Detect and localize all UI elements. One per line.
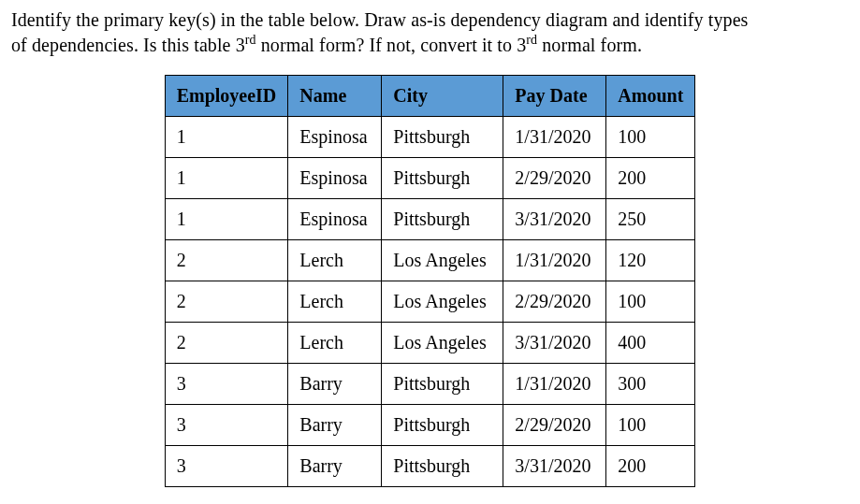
question-line1: Identify the primary key(s) in the table… <box>11 9 749 30</box>
question-sup2: rd <box>526 33 537 47</box>
cell-name: Espinosa <box>288 117 382 158</box>
question-text: Identify the primary key(s) in the table… <box>11 7 849 58</box>
cell-employeeid: 3 <box>165 364 288 405</box>
cell-amount: 400 <box>606 323 695 364</box>
cell-city: Pittsburgh <box>382 117 503 158</box>
cell-employeeid: 2 <box>165 240 288 281</box>
table-row: 1 Espinosa Pittsburgh 2/29/2020 200 <box>165 158 695 199</box>
cell-paydate: 2/29/2020 <box>503 281 606 323</box>
cell-paydate: 1/31/2020 <box>503 117 606 158</box>
table-header-row: EmployeeID Name City Pay Date Amount <box>165 76 695 117</box>
cell-city: Pittsburgh <box>382 364 503 405</box>
cell-name: Lerch <box>288 281 382 323</box>
cell-name: Espinosa <box>288 158 382 199</box>
header-name: Name <box>288 76 382 117</box>
cell-paydate: 1/31/2020 <box>503 240 606 281</box>
table-row: 1 Espinosa Pittsburgh 3/31/2020 250 <box>165 199 695 240</box>
cell-city: Pittsburgh <box>382 158 503 199</box>
cell-amount: 100 <box>606 281 695 323</box>
cell-employeeid: 3 <box>165 446 288 487</box>
cell-amount: 300 <box>606 364 695 405</box>
cell-amount: 250 <box>606 199 695 240</box>
cell-name: Barry <box>288 364 382 405</box>
cell-name: Espinosa <box>288 199 382 240</box>
cell-amount: 200 <box>606 158 695 199</box>
question-line2c: normal form. <box>537 35 642 55</box>
header-employeeid: EmployeeID <box>165 76 288 117</box>
cell-name: Barry <box>288 405 382 446</box>
header-paydate: Pay Date <box>503 76 606 117</box>
question-line2b: normal form? If not, convert it to 3 <box>256 35 527 55</box>
cell-city: Los Angeles <box>382 240 503 281</box>
table-row: 2 Lerch Los Angeles 3/31/2020 400 <box>165 323 695 364</box>
header-city: City <box>382 76 503 117</box>
cell-paydate: 3/31/2020 <box>503 199 606 240</box>
table-row: 2 Lerch Los Angeles 1/31/2020 120 <box>165 240 695 281</box>
data-table: EmployeeID Name City Pay Date Amount 1 E… <box>165 75 696 487</box>
cell-city: Pittsburgh <box>382 446 503 487</box>
table-row: 3 Barry Pittsburgh 2/29/2020 100 <box>165 405 695 446</box>
cell-name: Barry <box>288 446 382 487</box>
table-row: 2 Lerch Los Angeles 2/29/2020 100 <box>165 281 695 323</box>
question-sup1: rd <box>245 33 256 47</box>
table-body: 1 Espinosa Pittsburgh 1/31/2020 100 1 Es… <box>165 117 695 487</box>
cell-employeeid: 1 <box>165 117 288 158</box>
cell-employeeid: 2 <box>165 323 288 364</box>
cell-city: Pittsburgh <box>382 405 503 446</box>
question-line2a: of dependencies. Is this table 3 <box>11 35 245 55</box>
table-row: 3 Barry Pittsburgh 3/31/2020 200 <box>165 446 695 487</box>
table-row: 1 Espinosa Pittsburgh 1/31/2020 100 <box>165 117 695 158</box>
cell-paydate: 1/31/2020 <box>503 364 606 405</box>
cell-city: Pittsburgh <box>382 199 503 240</box>
cell-amount: 100 <box>606 117 695 158</box>
cell-paydate: 2/29/2020 <box>503 158 606 199</box>
cell-paydate: 2/29/2020 <box>503 405 606 446</box>
cell-city: Los Angeles <box>382 323 503 364</box>
table-row: 3 Barry Pittsburgh 1/31/2020 300 <box>165 364 695 405</box>
cell-employeeid: 1 <box>165 158 288 199</box>
cell-city: Los Angeles <box>382 281 503 323</box>
cell-paydate: 3/31/2020 <box>503 446 606 487</box>
cell-amount: 120 <box>606 240 695 281</box>
cell-amount: 100 <box>606 405 695 446</box>
cell-employeeid: 3 <box>165 405 288 446</box>
cell-name: Lerch <box>288 240 382 281</box>
cell-paydate: 3/31/2020 <box>503 323 606 364</box>
cell-employeeid: 2 <box>165 281 288 323</box>
header-amount: Amount <box>606 76 695 117</box>
cell-amount: 200 <box>606 446 695 487</box>
cell-employeeid: 1 <box>165 199 288 240</box>
table-container: EmployeeID Name City Pay Date Amount 1 E… <box>11 75 849 487</box>
cell-name: Lerch <box>288 323 382 364</box>
